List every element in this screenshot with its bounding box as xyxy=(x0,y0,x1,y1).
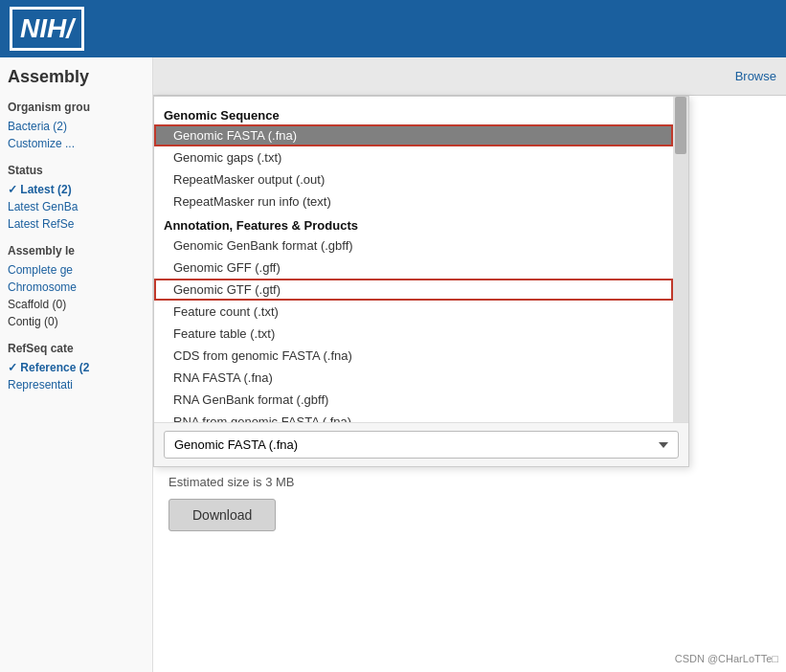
dropdown-item[interactable]: Genomic gaps (.txt) xyxy=(154,146,673,168)
select-area: Genomic FASTA (.fna) xyxy=(154,422,688,466)
dropdown-item[interactable]: CDS from genomic FASTA (.fna) xyxy=(154,345,673,367)
sidebar-section-status: Status xyxy=(8,164,145,177)
sidebar-item-chromosome[interactable]: Chromosome xyxy=(8,279,145,296)
main-layout: Assembly Organism grou Bacteria (2) Cust… xyxy=(0,57,786,672)
dropdown-item[interactable]: RNA FASTA (.fna) xyxy=(154,367,673,389)
file-type-select[interactable]: Genomic FASTA (.fna) xyxy=(164,431,679,459)
nih-logo: NIH/ xyxy=(10,7,84,51)
sidebar-item-scaffold[interactable]: Scaffold (0) xyxy=(8,296,145,313)
dropdown-item[interactable]: Genomic GTF (.gtf) xyxy=(154,279,673,301)
sidebar-section-refseq: RefSeq cate xyxy=(8,342,145,355)
scrollbar-thumb xyxy=(675,97,686,154)
dropdown-item[interactable]: RNA from genomic FASTA (.fna) xyxy=(154,411,673,422)
dropdown-group-header: Genomic Sequence xyxy=(154,102,673,124)
dropdown-item[interactable]: Feature table (.txt) xyxy=(154,323,673,345)
watermark: CSDN @CHarLoTTe□ xyxy=(675,653,778,664)
sidebar-item-latest-refse[interactable]: Latest RefSe xyxy=(8,215,145,233)
sidebar-section-organism: Organism grou xyxy=(8,101,145,114)
sidebar-item-contig[interactable]: Contig (0) xyxy=(8,313,145,330)
sidebar-item-customize[interactable]: Customize ... xyxy=(8,135,145,152)
sidebar-item-latest[interactable]: Latest (2) xyxy=(8,181,145,198)
dropdown-item[interactable]: RepeatMasker output (.out) xyxy=(154,168,673,190)
dropdown-item[interactable]: Genomic GenBank format (.gbff) xyxy=(154,235,673,257)
sidebar-item-latest-genba[interactable]: Latest GenBa xyxy=(8,198,145,215)
dropdown-item[interactable]: Genomic GFF (.gff) xyxy=(154,257,673,279)
top-header: NIH/ xyxy=(0,0,786,57)
content-area: Browse Genomic SequenceGenomic FASTA (.f… xyxy=(153,57,786,672)
dropdown-overlay: Genomic SequenceGenomic FASTA (.fna)Geno… xyxy=(153,96,689,467)
dropdown-inner: Genomic SequenceGenomic FASTA (.fna)Geno… xyxy=(154,97,688,422)
dropdown-group-header: Annotation, Features & Products xyxy=(154,213,673,235)
dropdown-item[interactable]: RNA GenBank format (.gbff) xyxy=(154,389,673,411)
browse-link[interactable]: Browse xyxy=(735,69,776,83)
download-button[interactable]: Download xyxy=(168,499,276,531)
dropdown-item[interactable]: Feature count (.txt) xyxy=(154,301,673,323)
dropdown-list[interactable]: Genomic SequenceGenomic FASTA (.fna)Geno… xyxy=(154,97,673,422)
dropdown-item[interactable]: RepeatMasker run info (text) xyxy=(154,190,673,213)
content-top-bar: Browse xyxy=(153,57,786,96)
dropdown-scrollbar[interactable] xyxy=(673,97,688,422)
sidebar-item-representative[interactable]: Representati xyxy=(8,376,145,393)
sidebar-item-bacteria[interactable]: Bacteria (2) xyxy=(8,118,145,135)
sidebar-item-complete[interactable]: Complete ge xyxy=(8,261,145,279)
dropdown-item[interactable]: Genomic FASTA (.fna) xyxy=(154,124,673,146)
sidebar-section-assembly: Assembly le xyxy=(8,244,145,258)
download-section: Estimated size is 3 MB Download xyxy=(153,459,786,547)
assembly-title: Assembly xyxy=(8,67,145,87)
sidebar: Assembly Organism grou Bacteria (2) Cust… xyxy=(0,57,153,672)
sidebar-item-reference[interactable]: Reference (2 xyxy=(8,359,145,376)
estimated-size: Estimated size is 3 MB xyxy=(168,475,771,489)
